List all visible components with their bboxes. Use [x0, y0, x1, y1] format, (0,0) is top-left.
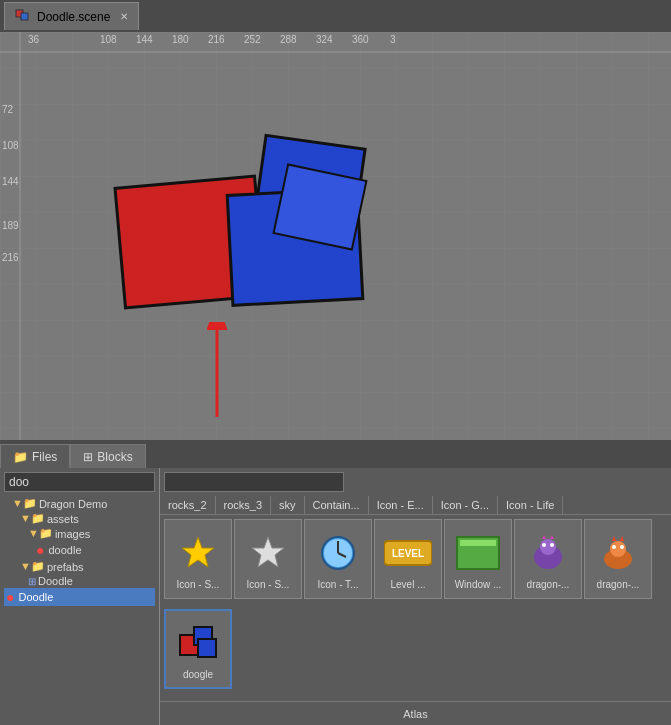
ruler-h-324: 324 [316, 34, 333, 45]
bottom-content: ▼📁 Dragon Demo ▼📁 assets ▼📁 images ● doo… [0, 468, 671, 725]
ruler-h-end: 3 [390, 34, 396, 45]
blocks-header-rocks2[interactable]: rocks_2 [160, 496, 216, 514]
file-icon: ⊞ [28, 576, 36, 587]
files-panel: ▼📁 Dragon Demo ▼📁 assets ▼📁 images ● doo… [0, 468, 160, 725]
scene-tab[interactable]: Doodle.scene ✕ [4, 2, 139, 30]
block-thumb-clock [314, 529, 362, 577]
blocks-header-rocks3[interactable]: rocks_3 [216, 496, 272, 514]
ruler-v-108: 108 [2, 140, 19, 151]
tree-label: Dragon Demo [39, 498, 107, 510]
svg-point-30 [620, 545, 624, 549]
block-item-dragon-orange[interactable]: dragon-... [584, 519, 652, 599]
files-search-input[interactable] [4, 472, 155, 492]
bottom-panel: 📁 Files ⊞ Blocks ▼📁 Dragon Demo ▼📁 asset… [0, 440, 671, 725]
files-tab-icon: 📁 [13, 450, 28, 464]
block-item-label: dragon-... [527, 579, 570, 590]
atlas-footer: Atlas [160, 701, 671, 725]
blocks-header-sky[interactable]: sky [271, 496, 305, 514]
tab-files[interactable]: 📁 Files [0, 444, 70, 468]
tree-item-prefabs[interactable]: ▼📁 prefabs [4, 559, 155, 574]
svg-marker-26 [550, 535, 554, 539]
scene-canvas[interactable]: 36 108 144 180 216 252 288 324 360 3 72 … [0, 32, 671, 440]
bottom-tabs: 📁 Files ⊞ Blocks [0, 440, 671, 468]
folder-icon: ▼📁 [12, 497, 37, 510]
arrow-up [205, 322, 229, 422]
block-item-window[interactable]: Window ... [444, 519, 512, 599]
folder-icon: ▼📁 [28, 527, 53, 540]
scene-tab-icon [15, 9, 31, 25]
tree-label: assets [47, 513, 79, 525]
tree-item-images[interactable]: ▼📁 images [4, 526, 155, 541]
block-item-label: Icon - S... [177, 579, 220, 590]
blocks-header-icon-life[interactable]: Icon - Life [498, 496, 563, 514]
folder-icon: ▼📁 [20, 512, 45, 525]
blocks-tab-icon: ⊞ [83, 450, 93, 464]
svg-marker-11 [182, 537, 214, 567]
tree-item-doodle-selected[interactable]: ● Doodle [4, 588, 155, 606]
ruler-h-144: 144 [136, 34, 153, 45]
block-item-dragon-purple[interactable]: dragon-... [514, 519, 582, 599]
doodle-shapes[interactable] [110, 132, 390, 362]
ruler-v-72: 72 [2, 104, 13, 115]
tree-label: Doodle [38, 575, 73, 587]
ruler-v-216: 216 [2, 252, 19, 263]
ruler-h-252: 252 [244, 34, 261, 45]
folder-icon: ▼📁 [20, 560, 45, 573]
ruler-vertical: 72 108 144 189 216 [0, 52, 20, 440]
svg-point-28 [610, 541, 626, 557]
blocks-header-icon-e[interactable]: Icon - E... [369, 496, 433, 514]
block-thumb-green-rect [454, 529, 502, 577]
blocks-search-input[interactable] [164, 472, 344, 492]
svg-rect-35 [198, 639, 216, 657]
block-thumb-level: LEVEL [384, 529, 432, 577]
scene-tab-close[interactable]: ✕ [120, 11, 128, 22]
ruler-h-216: 216 [208, 34, 225, 45]
blocks-grid: Icon - S... Icon - S... [160, 515, 671, 701]
blocks-header-row: rocks_2 rocks_3 sky Contain... Icon - E.… [160, 496, 671, 515]
blocks-panel: rocks_2 rocks_3 sky Contain... Icon - E.… [160, 468, 671, 725]
tree-label: images [55, 528, 90, 540]
tree-label: prefabs [47, 561, 84, 573]
block-item-level[interactable]: LEVEL Level ... [374, 519, 442, 599]
scene-tab-label: Doodle.scene [37, 10, 110, 24]
svg-marker-31 [612, 536, 616, 541]
red-dot-icon: ● [36, 542, 44, 558]
block-item-icon-s1[interactable]: Icon - S... [164, 519, 232, 599]
ruler-v-189: 189 [2, 220, 19, 231]
ruler-v-144: 144 [2, 176, 19, 187]
blocks-header-contain[interactable]: Contain... [305, 496, 369, 514]
ruler-h-360: 360 [352, 34, 369, 45]
svg-rect-20 [460, 540, 496, 546]
block-item-label: Icon - S... [247, 579, 290, 590]
files-tab-label: Files [32, 450, 57, 464]
block-thumb-star-yellow [174, 529, 222, 577]
block-thumb-dragon-orange [594, 529, 642, 577]
tree-item-doodle-prefab[interactable]: ⊞ Doodle [4, 574, 155, 588]
block-item-label: doogle [183, 669, 213, 680]
ruler-h-36: 36 [28, 34, 39, 45]
blocks-tab-label: Blocks [97, 450, 132, 464]
block-item-icon-s2[interactable]: Icon - S... [234, 519, 302, 599]
block-item-label: Icon - T... [318, 579, 359, 590]
tab-bar: Doodle.scene ✕ [0, 0, 671, 32]
svg-point-22 [540, 539, 556, 555]
tree-item-assets[interactable]: ▼📁 assets [4, 511, 155, 526]
ruler-h-180: 180 [172, 34, 189, 45]
block-thumb-dragon-purple [524, 529, 572, 577]
tree-item-dragon-demo[interactable]: ▼📁 Dragon Demo [4, 496, 155, 511]
svg-rect-8 [274, 164, 367, 249]
block-item-doogle[interactable]: doogle [164, 609, 232, 689]
block-item-icon-t[interactable]: Icon - T... [304, 519, 372, 599]
block-thumb-doogle [174, 619, 222, 667]
svg-point-24 [550, 543, 554, 547]
tree-item-doodle-img[interactable]: ● doodle [4, 541, 155, 559]
tab-blocks[interactable]: ⊞ Blocks [70, 444, 145, 468]
tree-label: Doodle [18, 591, 53, 603]
blocks-header-icon-g[interactable]: Icon - G... [433, 496, 498, 514]
svg-text:LEVEL: LEVEL [392, 548, 424, 559]
svg-marker-32 [620, 536, 624, 541]
ruler-horizontal: 36 108 144 180 216 252 288 324 360 3 [0, 32, 671, 52]
svg-point-23 [542, 543, 546, 547]
block-item-label: dragon-... [597, 579, 640, 590]
ruler-h-108: 108 [100, 34, 117, 45]
